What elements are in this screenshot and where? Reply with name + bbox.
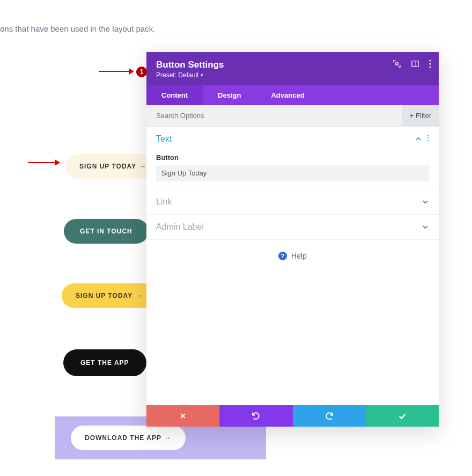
background-text: ons that have been used in the layout pa… [0,24,155,33]
pointer-arrow-modal [99,71,133,72]
button-label: SIGN UP TODAY [76,292,132,299]
section-admin-label: Admin Label [146,215,439,240]
cancel-button[interactable] [146,405,219,427]
preview-button-signup-yellow[interactable]: SIGN UP TODAY → [62,283,157,308]
button-label: SIGN UP TODAY [79,163,136,170]
redo-button[interactable] [293,405,366,427]
arrow-right-icon: → [136,292,143,299]
modal-body: Text Button Link [146,127,439,405]
help-row[interactable]: ? Help [146,240,439,266]
section-link-title: Link [156,197,172,207]
preset-label: Preset: [156,71,176,79]
section-link: Link [146,189,439,215]
close-icon [179,412,187,420]
button-field-label: Button [156,153,429,162]
help-label: Help [291,252,307,260]
tab-design[interactable]: Design [203,85,256,105]
tab-advanced[interactable]: Advanced [256,85,319,105]
section-admin-header[interactable]: Admin Label [146,215,439,239]
spacer [146,266,439,405]
modal-title: Button Settings [156,60,429,70]
annotation-badge-1: 1 [136,67,147,77]
button-label: GET IN TOUCH [80,228,132,235]
arrow-right-icon: → [165,434,172,442]
section-link-header[interactable]: Link [146,189,439,214]
tab-row: Content Design Advanced [146,85,439,105]
section-admin-title: Admin Label [156,222,204,232]
caret-down-icon: ▾ [201,72,203,78]
svg-point-5 [429,66,431,68]
svg-rect-1 [412,61,418,67]
chevron-up-icon [415,135,422,143]
chevron-down-icon [422,223,429,231]
save-button[interactable] [366,405,439,427]
filter-label: Filter [416,112,431,120]
expand-icon[interactable] [393,60,401,68]
search-row: + Filter [146,105,439,127]
svg-point-4 [429,63,431,64]
pointer-arrow-button [28,162,59,163]
button-label: GET THE APP [80,359,129,367]
text-field-block: Button [146,153,439,189]
search-input[interactable] [156,112,402,120]
kebab-menu-icon[interactable] [429,60,431,68]
section-text-title: Text [156,134,172,144]
help-icon: ? [278,252,287,260]
filter-button[interactable]: + Filter [402,105,439,126]
svg-point-8 [427,140,429,141]
button-text-input[interactable] [156,165,429,181]
svg-point-6 [427,135,429,136]
plus-icon: + [410,112,414,120]
svg-point-3 [429,60,431,61]
header-icons [393,60,431,68]
check-icon [397,411,407,421]
undo-icon [251,411,261,421]
preview-button-get-the-app[interactable]: GET THE APP [63,349,146,376]
svg-rect-0 [396,63,398,65]
modal-footer [146,405,439,427]
arrow-right-icon: → [139,163,146,170]
preview-button-download-app[interactable]: DOWNLOAD THE APP → [71,426,186,450]
undo-button[interactable] [219,405,292,427]
chevron-down-icon [422,198,429,206]
preview-button-get-in-touch[interactable]: GET IN TOUCH [64,219,149,244]
button-settings-modal: Button Settings Preset: Default ▾ Conten… [146,52,439,427]
tab-content[interactable]: Content [146,85,203,105]
redo-icon [324,411,334,421]
modal-header: Button Settings Preset: Default ▾ [146,52,439,85]
section-text: Text Button [146,127,439,189]
preset-selector[interactable]: Preset: Default ▾ [156,71,429,79]
button-label: DOWNLOAD THE APP [85,434,161,442]
preset-value: Default [178,71,198,79]
panel-toggle-icon[interactable] [411,60,419,68]
svg-point-7 [427,137,429,138]
section-text-header[interactable]: Text [146,127,439,151]
section-kebab-icon[interactable] [427,134,429,144]
